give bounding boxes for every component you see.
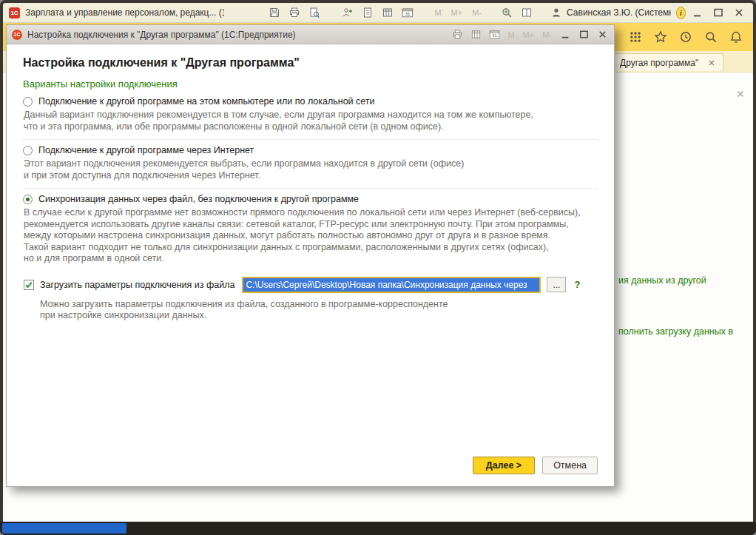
tab-close-icon[interactable] [707,58,716,67]
radio-label: Синхронизация данных через файл, без под… [38,194,359,204]
dialog-title: Настройка подключения к "Другая программ… [27,30,445,40]
radio-icon-selected[interactable] [23,195,33,204]
dialog-close-icon[interactable] [595,28,609,41]
divider [23,139,598,140]
history-clock-icon[interactable] [679,30,692,44]
dialog-memory-m-button[interactable]: M [506,30,516,39]
radio-option-local-network[interactable]: Подключение к другой программе на этом к… [23,96,598,107]
connection-settings-dialog: 1С Настройка подключения к "Другая прогр… [6,24,615,487]
background-link-2[interactable]: полнить загрузку данных в [618,326,733,337]
dialog-memory-m-minus-button[interactable]: M- [541,30,553,39]
main-window-title: Зарплата и управление персоналом, редакц… [25,7,224,18]
option-description: В случае если к другой программе нет воз… [24,207,598,265]
page-title: Настройка подключения к "Другая программ… [23,56,598,70]
file-path-value: C:\Users\Сергей\Desktop\Новая папка\Синх… [243,278,539,292]
dialog-memory-m-plus-button[interactable]: M+ [522,30,536,39]
option-description: Данный вариант подключения рекомендуется… [24,110,598,132]
info-icon[interactable]: i [676,7,686,19]
1c-logo-icon: 1С [9,7,20,18]
divider [23,188,598,189]
background-link-1[interactable]: ия данных из другой [618,275,706,286]
table-icon[interactable] [381,6,394,19]
load-file-checkbox[interactable] [24,280,34,290]
dialog-table-icon[interactable] [469,28,482,41]
application-window: 1С Зарплата и управление персоналом, ред… [0,0,756,535]
main-menu-grid-icon[interactable] [629,30,642,44]
radio-option-file-sync[interactable]: Синхронизация данных через файл, без под… [23,194,598,204]
zoom-icon[interactable] [500,6,513,19]
dialog-buttons: Далее > Отмена [473,457,598,474]
search-icon[interactable] [704,30,718,44]
save-icon[interactable] [268,6,281,19]
memory-m-plus-button[interactable]: M+ [450,8,465,17]
dialog-body: Настройка подключения к "Другая программ… [7,44,614,486]
main-titlebar: 1С Зарплата и управление персоналом, ред… [3,3,753,23]
svg-text:31: 31 [492,33,496,38]
dialog-minimize-icon[interactable] [558,28,572,41]
option-description: Этот вариант подключения рекомендуется в… [24,158,598,181]
radio-label: Подключение к другой программе через Инт… [38,145,254,155]
taskbar-fragment [2,523,126,534]
bottom-frame [0,522,756,535]
favorites-star-icon[interactable] [654,30,667,44]
dialog-calendar-icon[interactable]: 31 [487,28,501,41]
form-close-icon[interactable] [735,89,746,99]
dialog-titlebar[interactable]: 1С Настройка подключения к "Другая прогр… [7,25,614,44]
main-window-controls [691,6,747,19]
dialog-print-icon[interactable] [450,28,464,41]
load-file-row: Загрузить параметры подключения из файла… [24,277,598,293]
radio-icon[interactable] [23,97,33,107]
browse-button[interactable]: ... [547,277,566,292]
notifications-bell-icon[interactable] [729,30,743,44]
radio-icon[interactable] [23,146,33,155]
tab-other-program[interactable]: Другая программа" [612,53,723,71]
close-icon[interactable] [732,6,746,19]
section-title: Варианты настройки подключения [23,78,598,90]
cancel-button[interactable]: Отмена [542,457,598,474]
user-name: Савинская З.Ю. (Системный прог... [567,7,671,18]
tab-label: Другая программа" [620,58,702,68]
file-path-input[interactable]: C:\Users\Сергей\Desktop\Новая папка\Синх… [242,277,541,293]
load-file-label[interactable]: Загрузить параметры подключения из файла [40,280,234,290]
svg-text:31: 31 [405,11,411,16]
print-preview-icon[interactable] [308,6,321,19]
help-link[interactable]: ? [574,279,580,290]
maximize-icon[interactable] [712,6,725,19]
user-icon [550,6,562,19]
load-file-description: Можно загрузить параметры подключения из… [40,299,598,322]
radio-label: Подключение к другой программе на этом к… [38,96,375,107]
user-menu[interactable]: Савинская З.Ю. (Системный прог... [550,6,671,19]
calendar-icon[interactable]: 31 [401,6,414,19]
memory-m-minus-button[interactable]: M- [470,8,483,17]
radio-option-internet[interactable]: Подключение к другой программе через Инт… [23,145,598,155]
add-user-icon[interactable] [341,6,354,19]
1c-dialog-logo-icon: 1С [12,30,22,40]
next-button[interactable]: Далее > [473,457,535,474]
memory-m-button[interactable]: M [433,8,442,17]
document-icon[interactable] [361,6,374,19]
split-window-icon[interactable] [520,6,533,19]
minimize-icon[interactable] [691,6,704,19]
dialog-maximize-icon[interactable] [577,28,590,41]
print-icon[interactable] [288,6,301,19]
